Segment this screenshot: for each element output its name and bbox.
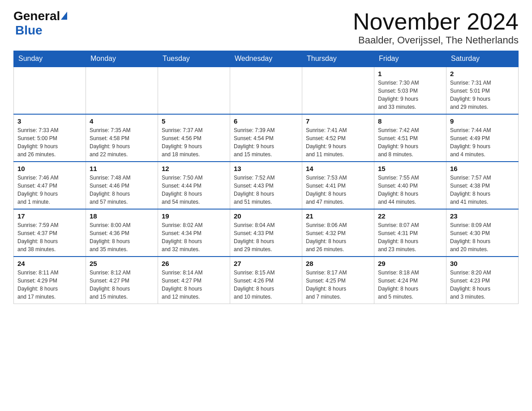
calendar-cell: 18Sunrise: 8:00 AMSunset: 4:36 PMDayligh… <box>86 209 158 257</box>
calendar-cell: 2Sunrise: 7:31 AMSunset: 5:01 PMDaylight… <box>446 67 519 114</box>
day-number: 9 <box>450 117 515 125</box>
day-info: Sunrise: 8:17 AMSunset: 4:25 PMDaylight:… <box>306 269 370 301</box>
day-info: Sunrise: 8:18 AMSunset: 4:24 PMDaylight:… <box>378 269 442 301</box>
day-number: 14 <box>306 165 370 172</box>
day-number: 16 <box>450 165 515 172</box>
calendar-cell: 26Sunrise: 8:14 AMSunset: 4:27 PMDayligh… <box>158 257 230 304</box>
day-number: 8 <box>378 117 442 125</box>
day-info: Sunrise: 7:39 AMSunset: 4:54 PMDaylight:… <box>234 126 298 158</box>
day-number: 22 <box>378 212 442 220</box>
day-info: Sunrise: 7:59 AMSunset: 4:37 PMDaylight:… <box>17 221 82 253</box>
day-of-week-header: Monday <box>86 51 158 67</box>
calendar-table: SundayMondayTuesdayWednesdayThursdayFrid… <box>13 51 519 304</box>
calendar-cell: 28Sunrise: 8:17 AMSunset: 4:25 PMDayligh… <box>302 257 374 304</box>
day-info: Sunrise: 7:33 AMSunset: 5:00 PMDaylight:… <box>17 126 82 158</box>
logo-arrow-icon <box>61 12 67 20</box>
day-info: Sunrise: 8:06 AMSunset: 4:32 PMDaylight:… <box>306 221 370 253</box>
day-number: 5 <box>162 117 226 125</box>
day-info: Sunrise: 7:37 AMSunset: 4:56 PMDaylight:… <box>162 126 226 158</box>
day-number: 21 <box>306 212 370 220</box>
day-info: Sunrise: 7:44 AMSunset: 4:49 PMDaylight:… <box>450 126 515 158</box>
calendar-cell: 3Sunrise: 7:33 AMSunset: 5:00 PMDaylight… <box>14 114 86 162</box>
calendar-cell: 27Sunrise: 8:15 AMSunset: 4:26 PMDayligh… <box>230 257 302 304</box>
calendar-cell: 5Sunrise: 7:37 AMSunset: 4:56 PMDaylight… <box>158 114 230 162</box>
day-number: 29 <box>378 260 442 267</box>
day-number: 13 <box>234 165 298 172</box>
calendar-cell: 10Sunrise: 7:46 AMSunset: 4:47 PMDayligh… <box>14 162 86 209</box>
day-of-week-header: Sunday <box>14 51 86 67</box>
calendar-cell: 16Sunrise: 7:57 AMSunset: 4:38 PMDayligh… <box>446 162 519 209</box>
calendar-cell: 14Sunrise: 7:53 AMSunset: 4:41 PMDayligh… <box>302 162 374 209</box>
calendar-title: November 2024 <box>353 9 519 34</box>
calendar-cell: 4Sunrise: 7:35 AMSunset: 4:58 PMDaylight… <box>86 114 158 162</box>
day-number: 2 <box>450 70 515 77</box>
day-number: 11 <box>90 165 154 172</box>
day-number: 4 <box>90 117 154 125</box>
calendar-cell <box>302 67 374 114</box>
calendar-header-row: SundayMondayTuesdayWednesdayThursdayFrid… <box>14 51 519 67</box>
day-of-week-header: Friday <box>374 51 446 67</box>
day-number: 28 <box>306 260 370 267</box>
logo-blue-text: Blue <box>15 23 43 38</box>
calendar-cell: 22Sunrise: 8:07 AMSunset: 4:31 PMDayligh… <box>374 209 446 257</box>
day-info: Sunrise: 7:55 AMSunset: 4:40 PMDaylight:… <box>378 174 442 206</box>
day-info: Sunrise: 7:31 AMSunset: 5:01 PMDaylight:… <box>450 79 515 111</box>
day-number: 25 <box>90 260 154 267</box>
calendar-subtitle: Baalder, Overijssel, The Netherlands <box>353 34 519 46</box>
day-number: 27 <box>234 260 298 267</box>
calendar-cell: 30Sunrise: 8:20 AMSunset: 4:23 PMDayligh… <box>446 257 519 304</box>
day-number: 19 <box>162 212 226 220</box>
day-number: 30 <box>450 260 515 267</box>
calendar-cell: 19Sunrise: 8:02 AMSunset: 4:34 PMDayligh… <box>158 209 230 257</box>
calendar-week-row: 24Sunrise: 8:11 AMSunset: 4:29 PMDayligh… <box>14 257 519 304</box>
calendar-cell: 15Sunrise: 7:55 AMSunset: 4:40 PMDayligh… <box>374 162 446 209</box>
day-number: 18 <box>90 212 154 220</box>
day-info: Sunrise: 7:41 AMSunset: 4:52 PMDaylight:… <box>306 126 370 158</box>
calendar-cell: 17Sunrise: 7:59 AMSunset: 4:37 PMDayligh… <box>14 209 86 257</box>
calendar-cell: 29Sunrise: 8:18 AMSunset: 4:24 PMDayligh… <box>374 257 446 304</box>
calendar-cell: 7Sunrise: 7:41 AMSunset: 4:52 PMDaylight… <box>302 114 374 162</box>
day-of-week-header: Thursday <box>302 51 374 67</box>
calendar-cell: 13Sunrise: 7:52 AMSunset: 4:43 PMDayligh… <box>230 162 302 209</box>
day-info: Sunrise: 8:12 AMSunset: 4:27 PMDaylight:… <box>90 269 154 301</box>
calendar-cell: 11Sunrise: 7:48 AMSunset: 4:46 PMDayligh… <box>86 162 158 209</box>
day-number: 12 <box>162 165 226 172</box>
day-info: Sunrise: 7:46 AMSunset: 4:47 PMDaylight:… <box>17 174 82 206</box>
calendar-cell <box>86 67 158 114</box>
calendar-cell: 6Sunrise: 7:39 AMSunset: 4:54 PMDaylight… <box>230 114 302 162</box>
day-number: 24 <box>17 260 82 267</box>
logo: General Blue <box>13 9 67 38</box>
day-info: Sunrise: 7:35 AMSunset: 4:58 PMDaylight:… <box>90 126 154 158</box>
day-number: 20 <box>234 212 298 220</box>
day-of-week-header: Tuesday <box>158 51 230 67</box>
title-block: November 2024 Baalder, Overijssel, The N… <box>353 9 519 46</box>
day-info: Sunrise: 8:04 AMSunset: 4:33 PMDaylight:… <box>234 221 298 253</box>
calendar-week-row: 3Sunrise: 7:33 AMSunset: 5:00 PMDaylight… <box>14 114 519 162</box>
calendar-cell: 1Sunrise: 7:30 AMSunset: 5:03 PMDaylight… <box>374 67 446 114</box>
calendar-cell <box>14 67 86 114</box>
day-number: 6 <box>234 117 298 125</box>
day-number: 1 <box>378 70 442 77</box>
day-number: 10 <box>17 165 82 172</box>
day-info: Sunrise: 7:53 AMSunset: 4:41 PMDaylight:… <box>306 174 370 206</box>
calendar-cell: 25Sunrise: 8:12 AMSunset: 4:27 PMDayligh… <box>86 257 158 304</box>
day-number: 23 <box>450 212 515 220</box>
calendar-cell: 24Sunrise: 8:11 AMSunset: 4:29 PMDayligh… <box>14 257 86 304</box>
day-info: Sunrise: 7:42 AMSunset: 4:51 PMDaylight:… <box>378 126 442 158</box>
day-info: Sunrise: 8:00 AMSunset: 4:36 PMDaylight:… <box>90 221 154 253</box>
day-number: 3 <box>17 117 82 125</box>
calendar-week-row: 10Sunrise: 7:46 AMSunset: 4:47 PMDayligh… <box>14 162 519 209</box>
calendar-week-row: 17Sunrise: 7:59 AMSunset: 4:37 PMDayligh… <box>14 209 519 257</box>
day-number: 7 <box>306 117 370 125</box>
calendar-cell <box>158 67 230 114</box>
calendar-cell: 9Sunrise: 7:44 AMSunset: 4:49 PMDaylight… <box>446 114 519 162</box>
day-info: Sunrise: 8:07 AMSunset: 4:31 PMDaylight:… <box>378 221 442 253</box>
day-info: Sunrise: 8:09 AMSunset: 4:30 PMDaylight:… <box>450 221 515 253</box>
day-of-week-header: Wednesday <box>230 51 302 67</box>
day-info: Sunrise: 7:50 AMSunset: 4:44 PMDaylight:… <box>162 174 226 206</box>
day-number: 26 <box>162 260 226 267</box>
day-info: Sunrise: 7:30 AMSunset: 5:03 PMDaylight:… <box>378 79 442 111</box>
day-number: 17 <box>17 212 82 220</box>
day-info: Sunrise: 8:20 AMSunset: 4:23 PMDaylight:… <box>450 269 515 301</box>
day-info: Sunrise: 7:48 AMSunset: 4:46 PMDaylight:… <box>90 174 154 206</box>
